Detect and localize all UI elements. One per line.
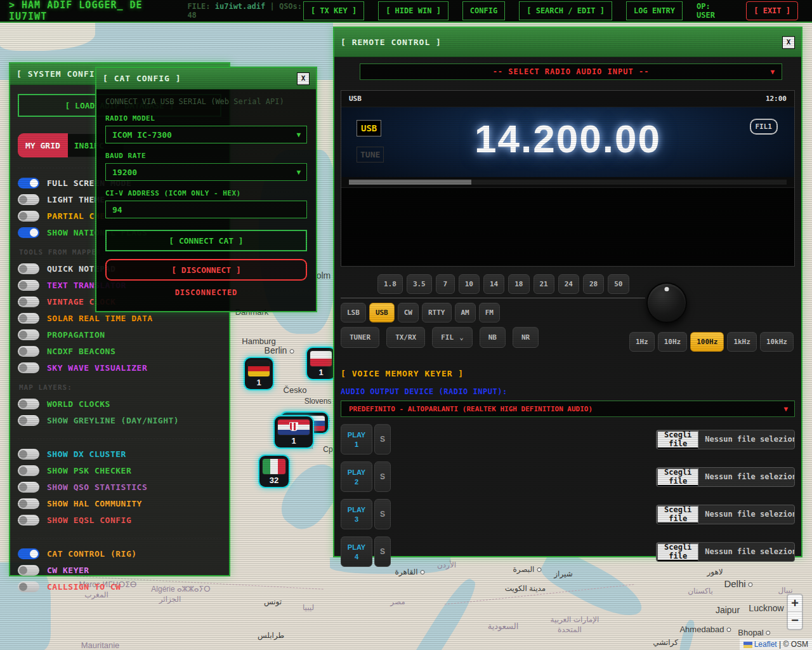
close-icon[interactable]: X [782, 36, 795, 49]
band-button-28[interactable]: 28 [583, 274, 604, 294]
toggle-switch[interactable] [18, 415, 39, 426]
qso-flag-marker-pl[interactable]: 1 [307, 348, 335, 379]
toggle-row[interactable]: CALLSIGN TO CW [18, 578, 221, 595]
toggle-switch[interactable] [18, 399, 39, 409]
mode-button-RTTY[interactable]: RTTY [422, 303, 452, 322]
toggle-row[interactable]: SHOW DX CLUSTER [18, 446, 221, 462]
toggle-row[interactable]: PROPAGATION [18, 326, 221, 343]
step-button-1kHz[interactable]: 1kHz [727, 332, 757, 352]
radio-audio-input-select[interactable]: -- SELECT RADIO AUDIO INPUT -- ▼ [360, 63, 782, 80]
nr-button[interactable]: NR [513, 327, 539, 348]
toggle-switch[interactable] [18, 263, 39, 274]
mode-button-LSB[interactable]: LSB [341, 303, 366, 322]
zoom-out-button[interactable]: − [788, 612, 802, 629]
toggle-switch[interactable] [18, 362, 39, 373]
toggle-switch[interactable] [18, 346, 39, 357]
frequency-display[interactable]: 14.200.00 [341, 116, 794, 161]
nb-button[interactable]: NB [480, 327, 506, 348]
leaflet-link[interactable]: Leaflet [754, 640, 777, 649]
toggle-switch[interactable] [18, 449, 39, 460]
osm-link[interactable]: © OSM [783, 640, 808, 649]
toggle-switch[interactable] [18, 465, 39, 476]
qso-flag-marker-de[interactable]: 1 [245, 358, 273, 389]
baud-rate-select[interactable]: 19200 ▼ [105, 163, 307, 181]
hide-win-button[interactable]: [ HIDE WIN ] [378, 1, 449, 20]
play-button-2[interactable]: PLAY2 [341, 461, 372, 492]
step-button-100Hz[interactable]: 100Hz [690, 332, 724, 352]
search-edit-button[interactable]: [ SEARCH / EDIT ] [519, 1, 612, 20]
mode-button-USB[interactable]: USB [369, 303, 395, 322]
mode-button-FM[interactable]: FM [479, 303, 500, 322]
toggle-switch[interactable] [18, 280, 39, 291]
toggle-row[interactable]: WORLD CLOCKS [18, 395, 221, 412]
toggle-switch[interactable] [18, 194, 39, 205]
exit-button[interactable]: [ EXIT ] [746, 1, 798, 20]
band-button-3.5[interactable]: 3.5 [407, 274, 432, 294]
band-button-7[interactable]: 7 [436, 274, 455, 294]
qso-flag-marker-hr[interactable]: 1 [275, 416, 313, 448]
filter-button[interactable]: FIL1 [750, 119, 778, 135]
band-button-21[interactable]: 21 [534, 274, 554, 294]
zoom-in-button[interactable]: + [788, 595, 802, 612]
mode-button-CW[interactable]: CW [398, 303, 419, 322]
disconnect-button[interactable]: [ DISCONNECT ] [105, 259, 307, 281]
band-button-50[interactable]: 50 [608, 274, 629, 294]
mode-button-AM[interactable]: AM [455, 303, 476, 322]
toggle-switch[interactable] [18, 515, 39, 526]
toggle-row[interactable]: SHOW PSK CHECKER [18, 462, 221, 479]
config-button[interactable]: CONFIG [462, 1, 505, 20]
play-button-1[interactable]: PLAY1 [341, 424, 372, 454]
tuner-button[interactable]: TUNER [341, 327, 379, 348]
tx-key-button[interactable]: [ TX KEY ] [303, 1, 364, 20]
step-button-10kHz[interactable]: 10kHz [760, 332, 794, 352]
audio-output-device-select[interactable]: PREDEFINITO - ALTOPARLANTI (REALTEK HIGH… [341, 401, 795, 417]
toggle-switch[interactable] [18, 178, 39, 189]
band-button-10[interactable]: 10 [459, 274, 480, 294]
toggle-switch[interactable] [18, 482, 39, 493]
toggle-switch[interactable] [18, 313, 39, 324]
step-button-1Hz[interactable]: 1Hz [629, 332, 655, 352]
step-button-10Hz[interactable]: 10Hz [658, 332, 688, 352]
toggle-row[interactable]: CAT CONTROL (RIG) [18, 545, 221, 562]
remote-control-header[interactable]: [ REMOTE CONTROL ] X [334, 28, 801, 57]
toggle-switch[interactable] [18, 548, 39, 559]
log-entry-button[interactable]: LOG ENTRY [626, 1, 683, 20]
toggle-switch[interactable] [18, 227, 39, 238]
toggle-row[interactable]: SKY WAVE VISUALIZER [18, 359, 221, 376]
choose-file-button-2[interactable]: Scegli file [657, 468, 698, 486]
qso-flag-marker-it[interactable]: 32 [259, 456, 289, 487]
cat-config-header[interactable]: [ CAT CONFIG ] X [96, 68, 316, 90]
toggle-switch[interactable] [18, 498, 39, 509]
toggle-switch[interactable] [18, 296, 39, 307]
toggle-switch[interactable] [18, 581, 39, 592]
choose-file-button-1[interactable]: Scegli file [657, 430, 698, 449]
toggle-row[interactable]: SHOW GREYLINE (DAY/NIGHT) [18, 412, 221, 428]
connect-cat-button[interactable]: [ CONNECT CAT ] [105, 230, 307, 251]
band-button-24[interactable]: 24 [558, 274, 579, 294]
toggle-switch[interactable] [18, 329, 39, 340]
toggle-row[interactable]: NCDXF BEACONS [18, 343, 221, 359]
choose-file-button-3[interactable]: Scegli file [657, 505, 698, 524]
fil-select[interactable]: FIL⌄ [432, 327, 473, 348]
stop-button-3[interactable]: S [374, 499, 391, 529]
toggle-row[interactable]: SHOW EQSL CONFIG [18, 512, 221, 528]
stop-button-1[interactable]: S [374, 424, 391, 454]
band-button-18[interactable]: 18 [508, 274, 529, 294]
play-button-3[interactable]: PLAY3 [341, 499, 372, 529]
toggle-row[interactable]: SHOW QSO STATISTICS [18, 479, 221, 495]
band-button-14[interactable]: 14 [483, 274, 504, 294]
toggle-row[interactable]: CW KEYER [18, 562, 221, 578]
stop-button-4[interactable]: S [374, 536, 391, 567]
spectrum-display[interactable] [341, 187, 794, 266]
radio-model-select[interactable]: ICOM IC-7300 ▼ [105, 126, 307, 143]
play-button-4[interactable]: PLAY4 [341, 536, 372, 567]
band-button-1.8[interactable]: 1.8 [377, 274, 403, 294]
txrx-button[interactable]: TX/RX [386, 327, 425, 348]
stop-button-2[interactable]: S [374, 461, 391, 492]
toggle-row[interactable]: SHOW HAL COMMUNITY [18, 495, 221, 512]
close-icon[interactable]: X [297, 72, 310, 85]
choose-file-button-4[interactable]: Scegli file [657, 543, 698, 561]
civ-address-input[interactable] [105, 201, 307, 218]
toggle-switch[interactable] [18, 211, 39, 222]
toggle-switch[interactable] [18, 565, 39, 576]
